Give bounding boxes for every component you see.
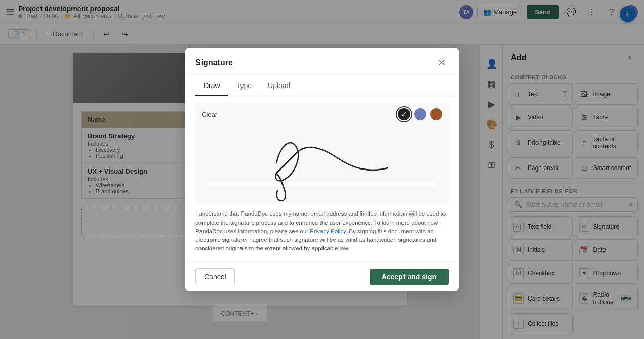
modal-overlay[interactable]: Signature ✕ Draw Type Upload Clear ✓ bbox=[0, 0, 644, 339]
consent-text: I understand that PandaDoc uses my name,… bbox=[185, 209, 459, 261]
modal-header: Signature ✕ bbox=[185, 48, 459, 76]
tab-type[interactable]: Type bbox=[228, 76, 260, 96]
signature-modal: Signature ✕ Draw Type Upload Clear ✓ bbox=[185, 48, 459, 291]
tab-draw[interactable]: Draw bbox=[195, 76, 228, 96]
modal-title: Signature bbox=[195, 58, 233, 67]
accept-sign-button[interactable]: Accept and sign bbox=[370, 269, 449, 285]
modal-tabs: Draw Type Upload bbox=[185, 76, 459, 96]
privacy-policy-link[interactable]: Privacy Policy bbox=[310, 228, 346, 234]
signature-drawing bbox=[195, 102, 449, 203]
signature-canvas[interactable]: Clear ✓ bbox=[195, 102, 449, 203]
signature-line bbox=[206, 183, 438, 183]
modal-close-button[interactable]: ✕ bbox=[434, 56, 449, 70]
modal-footer: Cancel Accept and sign bbox=[185, 262, 459, 291]
cancel-button[interactable]: Cancel bbox=[195, 268, 235, 285]
tab-upload[interactable]: Upload bbox=[260, 76, 298, 96]
